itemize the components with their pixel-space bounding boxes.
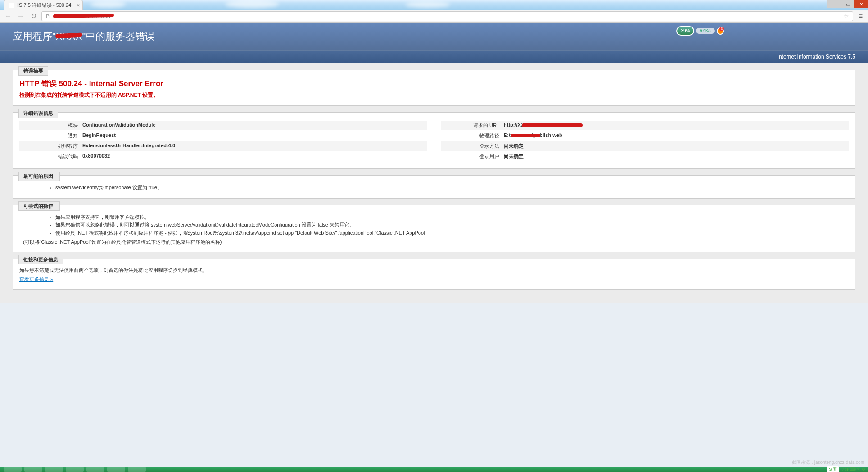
notification-badge-icon[interactable] xyxy=(717,27,724,35)
redaction-mark xyxy=(511,134,540,137)
taskbar-item[interactable] xyxy=(128,467,146,472)
network-speed-widget[interactable]: 39% 9.9K/s xyxy=(676,26,724,36)
try-item: 使用经典 .NET 模式将此应用程序移到应用程序池 - 例如，%SystemRo… xyxy=(55,229,849,237)
taskbar-item[interactable] xyxy=(4,467,22,472)
redaction-mark xyxy=(522,123,583,127)
things-to-try-section: 可尝试的操作: 如果应用程序支持它，则禁用客户端模拟。 如果您确信可以忽略此错误… xyxy=(13,205,855,253)
error-details-section: 详细错误信息 模块ConfigurationValidationModule 通… xyxy=(13,112,855,169)
browser-navbar: ← → ↻ 🗋 192.168.101.101:12345 ☆ ≡ xyxy=(0,10,868,23)
error-description: 检测到在集成的托管管道模式下不适用的 ASP.NET 设置。 xyxy=(19,91,849,99)
browser-tab[interactable]: IIS 7.5 详细错误 - 500.24 × xyxy=(4,0,83,10)
more-info-link[interactable]: 查看更多信息 » xyxy=(19,277,53,282)
page-title: 应用程序"XXXX"中的服务器错误 xyxy=(13,30,855,43)
taskbar-item[interactable] xyxy=(86,467,104,472)
redaction-mark xyxy=(53,13,114,18)
window-controls: — ▭ ✕ xyxy=(827,0,868,8)
detail-row: 请求的 URLhttp://XXX.XXX.XXX.XXX:12345/ xyxy=(441,121,849,130)
detail-row: 登录方法尚未确定 xyxy=(441,141,849,151)
close-tab-icon[interactable]: × xyxy=(77,2,80,9)
detail-row: 错误代码0x80070032 xyxy=(19,152,427,161)
section-label: 详细错误信息 xyxy=(18,109,58,118)
links-section: 链接和更多信息 如果您不清楚或无法使用前两个选项，则首选的做法是将此应用程序切换… xyxy=(13,259,855,290)
taskbar-item[interactable] xyxy=(45,467,63,472)
likely-cause-section: 最可能的原因: system.web/identity@impersonate … xyxy=(13,175,855,199)
section-label: 错误摘要 xyxy=(18,66,48,76)
url-text: 192.168.101.101:12345 xyxy=(53,13,110,19)
maximize-button[interactable]: ▭ xyxy=(841,0,854,8)
taskbar-item[interactable] xyxy=(107,467,125,472)
tab-title: IIS 7.5 详细错误 - 500.24 xyxy=(16,2,71,9)
details-left-col: 模块ConfigurationValidationModule 通知BeginR… xyxy=(19,121,427,162)
cause-item: system.web/identity@impersonate 设置为 true… xyxy=(55,184,849,192)
section-label: 最可能的原因: xyxy=(18,172,60,181)
reload-button[interactable]: ↻ xyxy=(29,12,38,20)
try-note: (可以将"Classic .NET AppPool"设置为在经典托管管道模式下运… xyxy=(23,239,849,245)
content-area: 错误摘要 HTTP 错误 500.24 - Internal Server Er… xyxy=(0,63,868,303)
error-code: HTTP 错误 500.24 - Internal Server Error xyxy=(19,78,849,89)
watermark: 截图来源：jasonteng.cnzz-data.com xyxy=(792,459,864,466)
site-icon: 🗋 xyxy=(45,14,50,19)
ime-indicator[interactable]: S 五 xyxy=(827,466,839,472)
detail-row: 处理程序ExtensionlessUrlHandler-Integrated-4… xyxy=(19,141,427,151)
menu-icon[interactable]: ≡ xyxy=(857,12,864,20)
bookmark-icon[interactable]: ☆ xyxy=(843,13,849,20)
minimize-button[interactable]: — xyxy=(827,0,841,8)
taskbar-item[interactable] xyxy=(24,467,42,472)
links-text: 如果您不清楚或无法使用前两个选项，则首选的做法是将此应用程序切换到经典模式。 xyxy=(19,267,849,274)
forward-button[interactable]: → xyxy=(16,12,25,20)
section-label: 可尝试的操作: xyxy=(18,201,60,211)
iis-banner: Internet Information Services 7.5 xyxy=(0,50,868,63)
error-summary-section: 错误摘要 HTTP 错误 500.24 - Internal Server Er… xyxy=(13,70,855,106)
os-taskbar[interactable]: S 五 ☽ ◑ ⌨ ✎ ⚙ xyxy=(0,467,868,472)
page-icon xyxy=(9,3,14,8)
detail-row: 模块ConfigurationValidationModule xyxy=(19,121,427,130)
taskbar-item[interactable] xyxy=(66,467,84,472)
back-button[interactable]: ← xyxy=(4,12,13,20)
detail-row: 通知BeginRequest xyxy=(19,131,427,141)
close-window-button[interactable]: ✕ xyxy=(854,0,868,8)
address-bar[interactable]: 🗋 192.168.101.101:12345 ☆ xyxy=(41,11,853,21)
section-label: 链接和更多信息 xyxy=(18,255,63,264)
speed-percent: 39% xyxy=(676,26,694,36)
details-right-col: 请求的 URLhttp://XXX.XXX.XXX.XXX:12345/ 物理路… xyxy=(441,121,849,162)
system-tray[interactable]: S 五 ☽ ◑ ⌨ ✎ ⚙ xyxy=(827,466,865,472)
detail-row: 物理路径E:\xxxxxxxx\publish web xyxy=(441,131,849,141)
browser-titlebar: IIS 7.5 详细错误 - 500.24 × — ▭ ✕ xyxy=(0,0,868,10)
error-header: 应用程序"XXXX"中的服务器错误 39% 9.9K/s xyxy=(0,23,868,50)
try-item: 如果您确信可以忽略此错误，则可以通过将 system.webServer/val… xyxy=(55,221,849,229)
detail-row: 登录用户尚未确定 xyxy=(441,152,849,161)
try-item: 如果应用程序支持它，则禁用客户端模拟。 xyxy=(55,213,849,222)
speed-rates: 9.9K/s xyxy=(696,28,715,34)
